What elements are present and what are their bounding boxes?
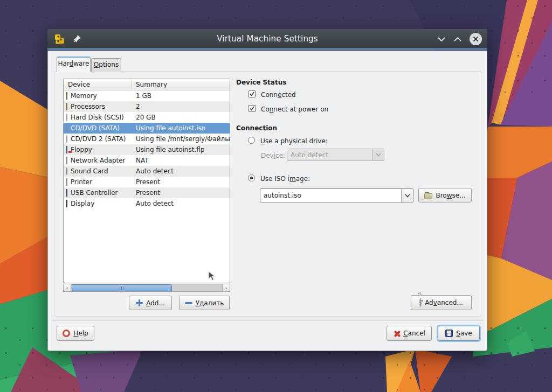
- tab-options[interactable]: Options: [91, 58, 121, 72]
- cancel-button[interactable]: Cancel: [387, 326, 432, 341]
- gears-icon: [419, 299, 422, 306]
- cd-dvd-icon: [66, 135, 67, 143]
- pin-icon[interactable]: [73, 34, 81, 43]
- printer-icon: [66, 178, 67, 186]
- help-button[interactable]: Help: [57, 326, 94, 341]
- table-row-usb[interactable]: USB Controller Present: [64, 187, 230, 198]
- use-physical-drive-label[interactable]: Use a physical drive:: [260, 137, 328, 145]
- scroll-left-icon[interactable]: ‹: [64, 284, 71, 291]
- column-separator: [132, 80, 132, 89]
- scrollbar-thumb[interactable]: [72, 284, 172, 291]
- chevron-down-icon: [372, 149, 384, 160]
- scrollbar-grip: [120, 286, 125, 290]
- minus-icon: [185, 302, 192, 304]
- window-title: Virtual Machine Settings: [47, 34, 487, 44]
- vmware-app-icon: [54, 33, 65, 45]
- remove-button[interactable]: Удалить: [179, 296, 230, 310]
- tab-hardware[interactable]: Hardware: [57, 57, 91, 72]
- dialog-body: Hardware Options Device Summary Memory 1…: [47, 51, 487, 351]
- sound-card-icon: [66, 167, 67, 175]
- iso-image-value[interactable]: autoinst.iso: [260, 192, 401, 199]
- memory-icon: [66, 92, 67, 100]
- table-row-network[interactable]: Network Adapter NAT: [64, 155, 230, 166]
- column-summary[interactable]: Summary: [132, 81, 167, 88]
- minimize-icon[interactable]: [437, 34, 446, 44]
- horizontal-scrollbar[interactable]: ‹ ›: [63, 284, 230, 292]
- device-status-heading: Device Status: [236, 79, 286, 86]
- floppy-icon: [66, 146, 67, 153]
- table-row-printer[interactable]: Printer Present: [64, 177, 230, 187]
- table-row-display[interactable]: Display Auto detect: [64, 198, 230, 209]
- vm-settings-dialog: Virtual Machine Settings Hardware Option…: [47, 29, 487, 351]
- network-adapter-icon: [66, 157, 67, 164]
- floppy-save-icon: [445, 330, 453, 337]
- advanced-button[interactable]: Advanced...: [411, 295, 472, 310]
- use-iso-image-label[interactable]: Use ISO image:: [260, 175, 310, 183]
- use-physical-drive-radio[interactable]: [248, 137, 255, 144]
- connect-at-power-on-checkbox[interactable]: [249, 105, 256, 112]
- add-button[interactable]: Add...: [129, 296, 172, 310]
- display-icon: [66, 200, 67, 207]
- table-row-processors[interactable]: Processors 2: [64, 101, 230, 112]
- titlebar[interactable]: Virtual Machine Settings: [47, 29, 487, 50]
- cd-dvd-icon: [66, 124, 67, 132]
- table-row-floppy[interactable]: Floppy Using file autoinst.flp: [64, 144, 230, 155]
- plus-icon: [136, 299, 143, 306]
- hard-disk-icon: [66, 114, 67, 121]
- connection-heading: Connection: [236, 124, 277, 132]
- red-x-icon: [393, 330, 400, 337]
- table-row-memory[interactable]: Memory 1 GB: [64, 90, 230, 101]
- table-row-cd-dvd2[interactable]: CD/DVD 2 (SATA) Using file /mnt/sergiy/Ф…: [64, 134, 230, 144]
- browse-button[interactable]: Browse...: [418, 188, 472, 202]
- connected-checkbox[interactable]: [249, 90, 256, 97]
- processor-icon: [66, 103, 67, 110]
- desktop: Virtual Machine Settings Hardware Option…: [0, 0, 552, 392]
- maximize-icon[interactable]: [453, 34, 462, 44]
- lifebuoy-icon: [63, 330, 70, 337]
- device-label: Device:: [261, 152, 285, 159]
- table-row-sound[interactable]: Sound Card Auto detect: [64, 166, 230, 177]
- close-icon[interactable]: [470, 33, 482, 45]
- physical-drive-select: Auto detect: [287, 149, 384, 161]
- chevron-down-icon[interactable]: [401, 189, 413, 202]
- save-button[interactable]: Save: [438, 326, 480, 341]
- device-table: Device Summary Memory 1 GB Processors 2 …: [63, 79, 230, 283]
- table-header[interactable]: Device Summary: [64, 79, 230, 90]
- folder-icon: [424, 193, 432, 199]
- bottom-separator: [52, 320, 484, 321]
- column-device[interactable]: Device: [64, 81, 132, 88]
- iso-image-combobox[interactable]: autoinst.iso: [260, 188, 413, 202]
- mouse-cursor: [205, 269, 217, 284]
- usb-controller-icon: [66, 189, 67, 197]
- connected-label[interactable]: Connected: [261, 91, 296, 99]
- scroll-right-icon[interactable]: ›: [222, 284, 230, 291]
- scrollbar-track[interactable]: [71, 284, 222, 291]
- connect-at-power-on-label[interactable]: Connect at power on: [261, 106, 328, 113]
- table-row-cd-dvd[interactable]: CD/DVD (SATA) Using file autoinst.iso: [64, 123, 230, 134]
- use-iso-image-radio[interactable]: [248, 174, 255, 181]
- table-row-hard-disk[interactable]: Hard Disk (SCSI) 20 GB: [64, 112, 230, 123]
